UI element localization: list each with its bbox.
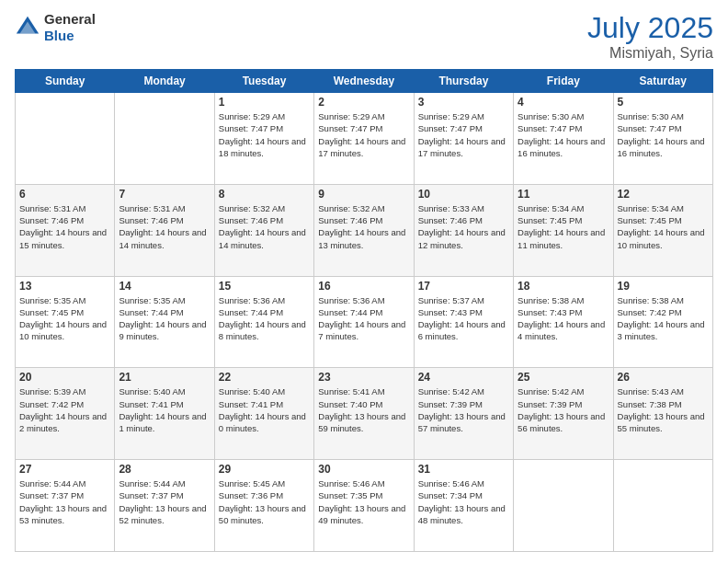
sunrise-text: Sunrise: 5:31 AM xyxy=(119,202,210,214)
day-cell: 20Sunrise: 5:39 AMSunset: 7:42 PMDayligh… xyxy=(16,368,115,460)
sunset-text: Sunset: 7:44 PM xyxy=(318,306,409,318)
day-cell xyxy=(16,93,115,185)
day-info: Sunrise: 5:44 AMSunset: 7:37 PMDaylight:… xyxy=(119,477,210,526)
daylight-text: Daylight: 14 hours and 12 minutes. xyxy=(418,226,509,251)
day-info: Sunrise: 5:38 AMSunset: 7:43 PMDaylight:… xyxy=(518,294,609,343)
daylight-text: Daylight: 14 hours and 6 minutes. xyxy=(418,318,509,343)
daylight-text: Daylight: 13 hours and 56 minutes. xyxy=(518,410,609,435)
day-info: Sunrise: 5:39 AMSunset: 7:42 PMDaylight:… xyxy=(19,385,110,434)
day-cell: 13Sunrise: 5:35 AMSunset: 7:45 PMDayligh… xyxy=(16,276,115,368)
day-cell: 19Sunrise: 5:38 AMSunset: 7:42 PMDayligh… xyxy=(613,276,712,368)
day-info: Sunrise: 5:30 AMSunset: 7:47 PMDaylight:… xyxy=(518,110,609,159)
sunset-text: Sunset: 7:41 PM xyxy=(219,398,310,410)
day-number: 28 xyxy=(119,463,210,476)
sunrise-text: Sunrise: 5:34 AM xyxy=(518,202,609,214)
daylight-text: Daylight: 14 hours and 18 minutes. xyxy=(219,135,310,160)
day-cell: 9Sunrise: 5:32 AMSunset: 7:46 PMDaylight… xyxy=(314,184,414,276)
sunset-text: Sunset: 7:42 PM xyxy=(19,398,110,410)
daylight-text: Daylight: 14 hours and 4 minutes. xyxy=(518,318,609,343)
day-number: 11 xyxy=(518,188,609,201)
day-cell: 11Sunrise: 5:34 AMSunset: 7:45 PMDayligh… xyxy=(514,184,613,276)
sunset-text: Sunset: 7:37 PM xyxy=(19,489,110,501)
daylight-text: Daylight: 14 hours and 7 minutes. xyxy=(318,318,409,343)
day-number: 13 xyxy=(19,280,110,293)
daylight-text: Daylight: 13 hours and 49 minutes. xyxy=(318,502,409,527)
daylight-text: Daylight: 14 hours and 0 minutes. xyxy=(219,410,310,435)
sunrise-text: Sunrise: 5:33 AM xyxy=(418,202,509,214)
day-info: Sunrise: 5:46 AMSunset: 7:35 PMDaylight:… xyxy=(318,477,409,526)
daylight-text: Daylight: 14 hours and 16 minutes. xyxy=(618,135,709,160)
day-cell: 22Sunrise: 5:40 AMSunset: 7:41 PMDayligh… xyxy=(214,368,313,460)
sunset-text: Sunset: 7:43 PM xyxy=(518,306,609,318)
day-info: Sunrise: 5:41 AMSunset: 7:40 PMDaylight:… xyxy=(318,385,409,434)
day-cell: 6Sunrise: 5:31 AMSunset: 7:46 PMDaylight… xyxy=(16,184,115,276)
daylight-text: Daylight: 13 hours and 52 minutes. xyxy=(119,502,210,527)
weekday-header-saturday: Saturday xyxy=(613,70,712,93)
day-number: 18 xyxy=(518,280,609,293)
day-cell: 7Sunrise: 5:31 AMSunset: 7:46 PMDaylight… xyxy=(115,184,214,276)
sunrise-text: Sunrise: 5:38 AM xyxy=(518,294,609,306)
day-cell: 3Sunrise: 5:29 AMSunset: 7:47 PMDaylight… xyxy=(414,93,513,185)
week-row-5: 27Sunrise: 5:44 AMSunset: 7:37 PMDayligh… xyxy=(16,460,713,552)
week-row-2: 6Sunrise: 5:31 AMSunset: 7:46 PMDaylight… xyxy=(16,184,713,276)
day-cell: 26Sunrise: 5:43 AMSunset: 7:38 PMDayligh… xyxy=(613,368,712,460)
weekday-header-monday: Monday xyxy=(115,70,214,93)
header: General Blue July 2025 Mismiyah, Syria xyxy=(15,11,713,62)
day-info: Sunrise: 5:36 AMSunset: 7:44 PMDaylight:… xyxy=(219,294,310,343)
title-month: July 2025 xyxy=(587,11,713,45)
day-cell xyxy=(514,460,613,552)
day-cell: 31Sunrise: 5:46 AMSunset: 7:34 PMDayligh… xyxy=(414,460,513,552)
sunrise-text: Sunrise: 5:39 AM xyxy=(19,385,110,397)
day-cell: 18Sunrise: 5:38 AMSunset: 7:43 PMDayligh… xyxy=(514,276,613,368)
sunset-text: Sunset: 7:47 PM xyxy=(318,122,409,134)
sunset-text: Sunset: 7:46 PM xyxy=(119,214,210,226)
day-info: Sunrise: 5:40 AMSunset: 7:41 PMDaylight:… xyxy=(219,385,310,434)
sunrise-text: Sunrise: 5:41 AM xyxy=(318,385,409,397)
day-cell: 12Sunrise: 5:34 AMSunset: 7:45 PMDayligh… xyxy=(613,184,712,276)
sunset-text: Sunset: 7:35 PM xyxy=(318,489,409,501)
sunset-text: Sunset: 7:39 PM xyxy=(518,398,609,410)
day-info: Sunrise: 5:34 AMSunset: 7:45 PMDaylight:… xyxy=(518,202,609,251)
sunset-text: Sunset: 7:42 PM xyxy=(618,306,709,318)
day-info: Sunrise: 5:42 AMSunset: 7:39 PMDaylight:… xyxy=(518,385,609,434)
day-cell: 16Sunrise: 5:36 AMSunset: 7:44 PMDayligh… xyxy=(314,276,414,368)
daylight-text: Daylight: 13 hours and 53 minutes. xyxy=(19,502,110,527)
page: General Blue July 2025 Mismiyah, Syria S… xyxy=(0,0,728,563)
sunrise-text: Sunrise: 5:43 AM xyxy=(618,385,709,397)
daylight-text: Daylight: 14 hours and 1 minute. xyxy=(119,410,210,435)
day-number: 19 xyxy=(618,280,709,293)
sunset-text: Sunset: 7:37 PM xyxy=(119,489,210,501)
sunset-text: Sunset: 7:43 PM xyxy=(418,306,509,318)
daylight-text: Daylight: 13 hours and 59 minutes. xyxy=(318,410,409,435)
day-number: 24 xyxy=(418,371,509,384)
day-cell: 23Sunrise: 5:41 AMSunset: 7:40 PMDayligh… xyxy=(314,368,414,460)
sunset-text: Sunset: 7:44 PM xyxy=(219,306,310,318)
day-info: Sunrise: 5:29 AMSunset: 7:47 PMDaylight:… xyxy=(418,110,509,159)
daylight-text: Daylight: 14 hours and 10 minutes. xyxy=(618,226,709,251)
daylight-text: Daylight: 13 hours and 50 minutes. xyxy=(219,502,310,527)
day-cell: 14Sunrise: 5:35 AMSunset: 7:44 PMDayligh… xyxy=(115,276,214,368)
sunset-text: Sunset: 7:36 PM xyxy=(219,489,310,501)
sunrise-text: Sunrise: 5:31 AM xyxy=(19,202,110,214)
day-number: 9 xyxy=(318,188,409,201)
day-number: 6 xyxy=(19,188,110,201)
day-info: Sunrise: 5:35 AMSunset: 7:44 PMDaylight:… xyxy=(119,294,210,343)
sunrise-text: Sunrise: 5:29 AM xyxy=(418,110,509,122)
day-number: 30 xyxy=(318,463,409,476)
sunset-text: Sunset: 7:47 PM xyxy=(219,122,310,134)
day-cell xyxy=(613,460,712,552)
calendar: SundayMondayTuesdayWednesdayThursdayFrid… xyxy=(15,69,713,552)
sunset-text: Sunset: 7:45 PM xyxy=(518,214,609,226)
weekday-header-wednesday: Wednesday xyxy=(314,70,414,93)
sunrise-text: Sunrise: 5:36 AM xyxy=(219,294,310,306)
day-number: 7 xyxy=(119,188,210,201)
day-number: 31 xyxy=(418,463,509,476)
day-cell: 4Sunrise: 5:30 AMSunset: 7:47 PMDaylight… xyxy=(514,93,613,185)
day-number: 10 xyxy=(418,188,509,201)
day-number: 3 xyxy=(418,96,509,109)
daylight-text: Daylight: 14 hours and 8 minutes. xyxy=(219,318,310,343)
day-cell xyxy=(115,93,214,185)
logo-general: General xyxy=(44,11,96,27)
day-info: Sunrise: 5:37 AMSunset: 7:43 PMDaylight:… xyxy=(418,294,509,343)
day-number: 22 xyxy=(219,371,310,384)
